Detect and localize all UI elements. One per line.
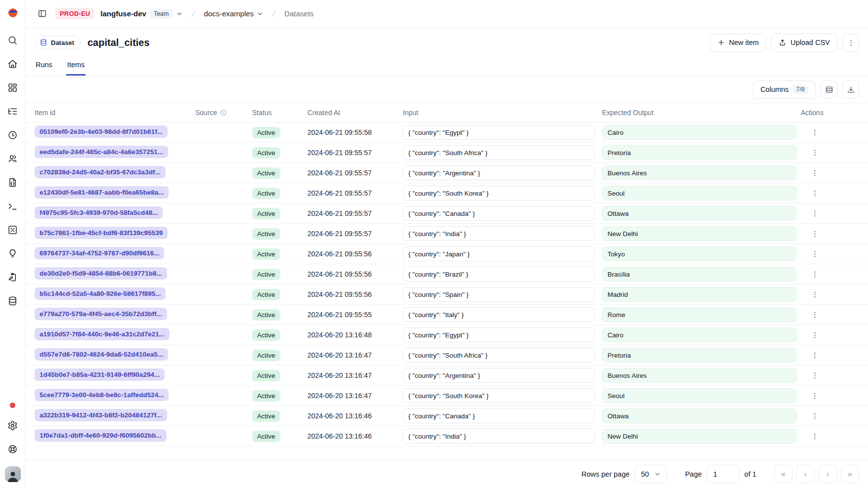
expected-output-cell[interactable]: Seoul: [602, 186, 797, 201]
home-icon[interactable]: [6, 57, 19, 70]
input-cell[interactable]: { "country": "South Africa" }: [403, 348, 595, 363]
expected-output-cell[interactable]: Pretoria: [602, 348, 797, 363]
item-id-link[interactable]: e12430df-5e81-4687-aabb-f0ea65be8a...: [35, 186, 169, 199]
item-id-link[interactable]: eed5dafe-244f-465c-a84c-4a6e357251...: [35, 146, 168, 158]
tab-runs[interactable]: Runs: [35, 57, 53, 76]
input-cell[interactable]: { "country": "Argentina" }: [403, 368, 595, 383]
row-actions-button[interactable]: [808, 166, 822, 180]
item-id-link[interactable]: a1910d57-7f84-440c-9e46-a31c2d7e21...: [35, 328, 170, 340]
kebab-icon: [811, 149, 819, 157]
expected-output-cell[interactable]: Seoul: [602, 388, 797, 403]
item-id-link[interactable]: 69764737-34af-4752-9787-d90df9616...: [35, 247, 164, 259]
item-id-link[interactable]: c702838d-24d5-40a2-bf35-67dc3a3df...: [35, 166, 166, 178]
more-actions-button[interactable]: [842, 34, 859, 52]
record-dot[interactable]: [10, 403, 15, 408]
first-page-button[interactable]: «: [774, 465, 792, 483]
org-selector[interactable]: langfuse-dev Team: [100, 9, 183, 19]
input-cell[interactable]: { "country": "Italy" }: [403, 307, 595, 322]
input-cell[interactable]: { "country": "South Africa" }: [403, 145, 595, 160]
prev-page-button[interactable]: ‹: [796, 465, 815, 483]
row-actions-button[interactable]: [808, 429, 822, 443]
upload-csv-button[interactable]: Upload CSV: [771, 34, 837, 52]
sessions-icon[interactable]: [6, 128, 19, 141]
user-avatar[interactable]: [5, 466, 21, 482]
input-cell[interactable]: { "country": "South Korea" }: [403, 388, 595, 403]
input-cell[interactable]: { "country": "India" }: [403, 226, 595, 241]
input-cell[interactable]: { "country": "Japan" }: [403, 246, 595, 261]
row-actions-button[interactable]: [808, 186, 822, 200]
prompts-icon[interactable]: [6, 176, 19, 189]
item-id-link[interactable]: b75c7861-1fbe-45cf-bdf6-83f139c95539: [35, 227, 168, 239]
input-cell[interactable]: { "country": "Egypt" }: [403, 327, 595, 342]
expected-output-cell[interactable]: New Delhi: [602, 429, 797, 444]
expected-output-cell[interactable]: Tokyo: [602, 246, 797, 261]
row-actions-button[interactable]: [808, 247, 822, 261]
expected-output-cell[interactable]: Cairo: [602, 327, 797, 342]
item-id-link[interactable]: e779a270-579a-4f45-aec4-35b72d3bff...: [35, 308, 167, 320]
new-item-button[interactable]: New item: [710, 34, 766, 52]
row-actions-button[interactable]: [808, 287, 822, 301]
item-id-link[interactable]: f4975c95-5fc3-4939-970d-58fa5cd48...: [35, 206, 163, 219]
row-actions-button[interactable]: [808, 409, 822, 423]
input-cell[interactable]: { "country": "South Korea" }: [403, 186, 595, 201]
row-actions-button[interactable]: [808, 206, 822, 220]
item-id-link[interactable]: de30d2e0-f5d9-4854-88b6-0619771b8...: [35, 267, 167, 280]
expected-output-cell[interactable]: Buenos Aires: [602, 165, 797, 180]
users-icon[interactable]: [6, 152, 19, 165]
input-cell[interactable]: { "country": "Brazil" }: [403, 267, 595, 282]
row-actions-button[interactable]: [808, 227, 822, 241]
item-id-link[interactable]: d557e7d6-7802-4624-9da6-52d410ea5...: [35, 348, 168, 361]
row-actions-button[interactable]: [808, 389, 822, 403]
input-cell[interactable]: { "country": "Spain" }: [403, 287, 595, 302]
breadcrumb-section[interactable]: Datasets: [284, 9, 313, 18]
item-id-link[interactable]: b5c144cd-52a5-4a80-926e-58617f895...: [35, 287, 166, 300]
item-id-link[interactable]: 05109ef0-2e3b-4e03-98dd-8f7d01b61f...: [35, 125, 168, 138]
page-number-input[interactable]: [707, 465, 739, 483]
created-at-cell: 2024-06-21 09:55:56: [307, 250, 403, 258]
dashboard-icon[interactable]: [6, 81, 19, 94]
playground-icon[interactable]: [6, 200, 19, 212]
annotation-icon[interactable]: [6, 271, 19, 284]
project-selector[interactable]: docs-examples: [204, 9, 263, 18]
evaluation-icon[interactable]: [6, 223, 19, 236]
export-button[interactable]: [842, 81, 859, 99]
expected-output-cell[interactable]: Rome: [602, 307, 797, 322]
item-id-link[interactable]: 5cee7779-3e00-4eb8-be8c-1affedd524...: [35, 389, 169, 401]
row-actions-button[interactable]: [808, 267, 822, 281]
search-icon[interactable]: [6, 34, 19, 46]
expected-output-cell[interactable]: Pretoria: [602, 145, 797, 160]
lightbulb-icon[interactable]: [6, 247, 19, 260]
row-actions-button[interactable]: [808, 368, 822, 382]
expected-output-cell[interactable]: Cairo: [602, 125, 797, 140]
row-height-button[interactable]: [821, 81, 837, 99]
item-id-link[interactable]: 1d45b0e7-b85a-4231-9149-6ff90a294...: [35, 368, 165, 381]
input-cell[interactable]: { "country": "Canada" }: [403, 408, 595, 423]
settings-icon[interactable]: [6, 419, 19, 432]
expected-output-cell[interactable]: Brasília: [602, 267, 797, 282]
expected-output-cell[interactable]: Ottawa: [602, 206, 797, 221]
expected-output-cell[interactable]: Ottawa: [602, 408, 797, 423]
input-cell[interactable]: { "country": "Egypt" }: [403, 125, 595, 140]
tab-items[interactable]: Items: [66, 57, 86, 76]
item-id-link[interactable]: a322b319-9412-4f43-b8f2-b20484127f...: [35, 409, 167, 421]
expected-output-cell[interactable]: Madrid: [602, 287, 797, 302]
input-cell[interactable]: { "country": "Argentina" }: [403, 165, 595, 180]
row-actions-button[interactable]: [808, 328, 822, 342]
expected-output-cell[interactable]: New Delhi: [602, 226, 797, 241]
datasets-icon[interactable]: [6, 294, 19, 307]
row-actions-button[interactable]: [808, 308, 822, 322]
rows-per-page-select[interactable]: 50: [635, 465, 667, 483]
input-cell[interactable]: { "country": "India" }: [403, 429, 595, 444]
expected-output-cell[interactable]: Buenos Aires: [602, 368, 797, 383]
tracing-icon[interactable]: [6, 105, 19, 118]
row-actions-button[interactable]: [808, 125, 822, 139]
row-actions-button[interactable]: [808, 146, 822, 160]
columns-button[interactable]: Columns 7/8: [753, 81, 816, 99]
item-id-link[interactable]: 1f0e7da1-dbff-4e60-929d-f6095602bb...: [35, 429, 167, 442]
next-page-button[interactable]: ›: [819, 465, 837, 483]
support-icon[interactable]: [6, 443, 19, 455]
input-cell[interactable]: { "country": "Canada" }: [403, 206, 595, 221]
last-page-button[interactable]: »: [841, 465, 859, 483]
row-actions-button[interactable]: [808, 348, 822, 362]
sidebar-toggle-icon[interactable]: [35, 6, 49, 21]
